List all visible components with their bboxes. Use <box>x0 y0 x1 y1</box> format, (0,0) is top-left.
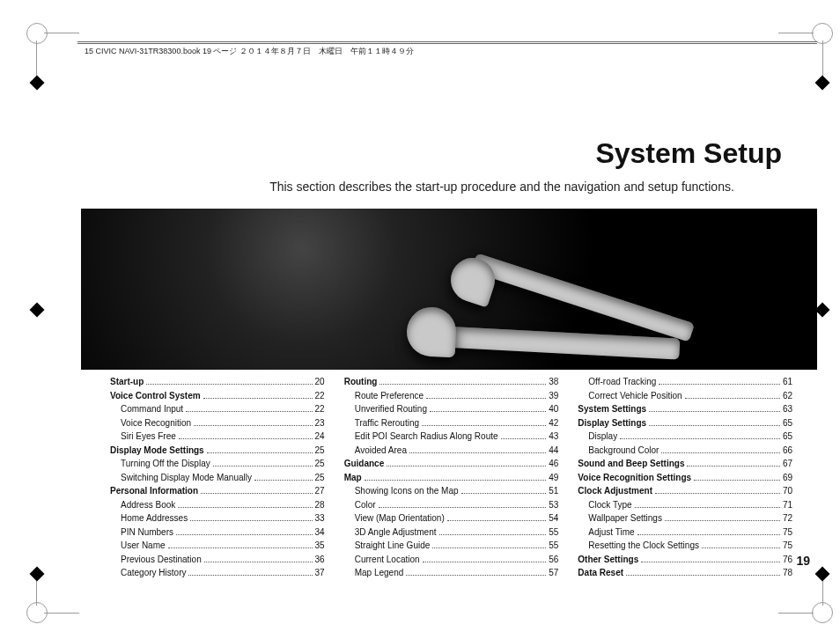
leader-dots <box>641 562 780 562</box>
leader-dots <box>190 520 312 521</box>
toc-entry: Data Reset78 <box>578 566 792 580</box>
toc-label: Start-up <box>110 375 144 389</box>
toc-page: 22 <box>315 402 325 416</box>
leader-dots <box>626 575 780 576</box>
toc-page: 66 <box>783 444 792 458</box>
toc-page: 54 <box>549 511 558 525</box>
toc-page: 53 <box>549 498 558 512</box>
toc-label: Routing <box>344 375 378 389</box>
toc-label: Color <box>344 498 376 512</box>
toc-entry: Correct Vehicle Position62 <box>578 389 792 403</box>
leader-dots <box>379 507 547 508</box>
toc-entry: Start-up20 <box>110 375 325 389</box>
toc-entry: User Name35 <box>110 539 325 553</box>
leader-dots <box>203 398 313 399</box>
crop-line <box>822 40 823 76</box>
leader-dots <box>409 452 546 453</box>
toc-entry: Resetting the Clock Settings75 <box>578 539 792 553</box>
toc-entry: Personal Information27 <box>110 484 325 498</box>
toc-label: Clock Adjustment <box>578 484 652 498</box>
diamond-icon <box>815 303 830 318</box>
toc-label: Route Preference <box>344 389 424 403</box>
diamond-icon <box>815 76 830 91</box>
toc-column: Start-up20Voice Control System22Command … <box>110 375 325 580</box>
toc-page: 56 <box>549 553 558 567</box>
leader-dots <box>168 547 313 548</box>
toc-page: 36 <box>315 553 325 567</box>
toc-label: Home Addresses <box>110 511 188 525</box>
toc-label: PIN Numbers <box>110 525 173 540</box>
toc-entry: Clock Adjustment70 <box>578 484 792 498</box>
toc-entry: Map Legend57 <box>344 566 559 580</box>
leader-dots <box>426 398 546 399</box>
crop-line <box>778 613 814 614</box>
toc-entry: 3D Angle Adjustment55 <box>344 525 559 540</box>
toc-page: 65 <box>783 416 792 430</box>
toc-label: Resetting the Clock Settings <box>578 539 699 553</box>
toc-entry: Sound and Beep Settings67 <box>578 457 792 471</box>
toc-page: 51 <box>549 484 558 498</box>
toc-page: 72 <box>783 511 792 525</box>
leader-dots <box>430 411 546 412</box>
toc-label: Guidance <box>344 457 385 471</box>
leader-dots <box>365 480 547 481</box>
toc-entry: Map49 <box>344 471 559 485</box>
leader-dots <box>406 575 546 576</box>
toc-entry: Off-road Tracking61 <box>578 375 792 389</box>
toc-entry: Unverified Routing40 <box>344 402 559 416</box>
toc-page: 65 <box>783 430 792 444</box>
toc-entry: Category History37 <box>110 566 325 580</box>
toc-entry: Straight Line Guide55 <box>344 539 559 553</box>
toc-label: Display Settings <box>578 416 646 430</box>
crop-mark-icon <box>26 23 48 44</box>
leader-dots <box>439 534 547 535</box>
leader-dots <box>176 534 313 535</box>
toc-page: 55 <box>549 525 558 540</box>
toc-entry: Traffic Rerouting42 <box>344 416 559 430</box>
toc-entry: Current Location56 <box>344 553 559 567</box>
rule-line <box>77 43 817 44</box>
toc-page: 55 <box>549 539 558 553</box>
toc-entry: View (Map Orientation)54 <box>344 511 559 525</box>
hero-image <box>81 209 817 370</box>
toc-label: View (Map Orientation) <box>344 511 445 525</box>
toc-label: Sound and Beep Settings <box>578 457 684 471</box>
toc-entry: Turning Off the Display25 <box>110 457 325 471</box>
toc-label: Edit POI Search Radius Along Route <box>344 430 498 444</box>
toc-page: 20 <box>315 375 325 389</box>
leader-dots <box>702 547 780 548</box>
toc-entry: Voice Recognition Settings69 <box>578 471 792 485</box>
leader-dots <box>188 575 312 576</box>
crop-line <box>44 33 79 33</box>
toc-page: 24 <box>315 430 325 444</box>
toc-entry: Avoided Area44 <box>344 444 559 458</box>
toc-page: 40 <box>549 402 558 416</box>
leader-dots <box>207 452 313 453</box>
toc-page: 22 <box>315 389 325 403</box>
toc-column: Routing38Route Preference39Unverified Ro… <box>344 375 559 580</box>
toc-entry: Routing38 <box>344 375 559 389</box>
leader-dots <box>665 520 780 521</box>
toc-page: 75 <box>783 525 792 540</box>
toc-entry: Command Input22 <box>110 402 325 416</box>
toc-page: 39 <box>549 389 558 403</box>
toc-entry: PIN Numbers34 <box>110 525 325 540</box>
toc-label: User Name <box>110 539 166 553</box>
toc-page: 25 <box>315 471 325 485</box>
toc-column: Off-road Tracking61Correct Vehicle Posit… <box>578 375 792 580</box>
toc-label: Display <box>578 430 617 444</box>
leader-dots <box>186 411 312 412</box>
toc-label: Avoided Area <box>344 444 407 458</box>
toc-entry: Home Addresses33 <box>110 511 325 525</box>
leader-dots <box>694 480 780 481</box>
toc-label: Display Mode Settings <box>110 444 204 458</box>
toc-label: Correct Vehicle Position <box>578 389 682 403</box>
crop-line <box>778 33 814 33</box>
toc-entry: Display Mode Settings25 <box>110 444 325 458</box>
toc-page: 76 <box>783 553 792 567</box>
toc-label: Data Reset <box>578 566 623 580</box>
leader-dots <box>146 384 312 385</box>
toc-label: Personal Information <box>110 484 198 498</box>
crop-line <box>44 613 79 614</box>
toc-page: 57 <box>549 566 558 580</box>
